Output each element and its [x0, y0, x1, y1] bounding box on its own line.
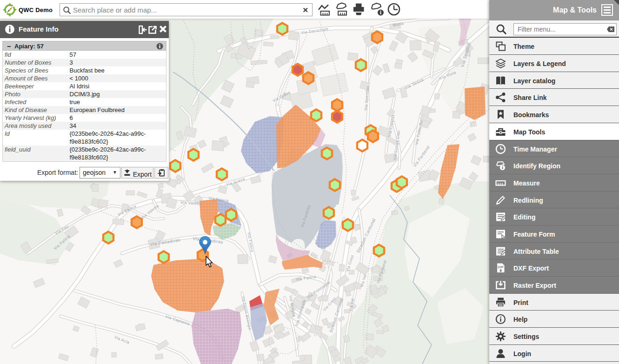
svg-text:DXF: DXF [498, 265, 504, 269]
